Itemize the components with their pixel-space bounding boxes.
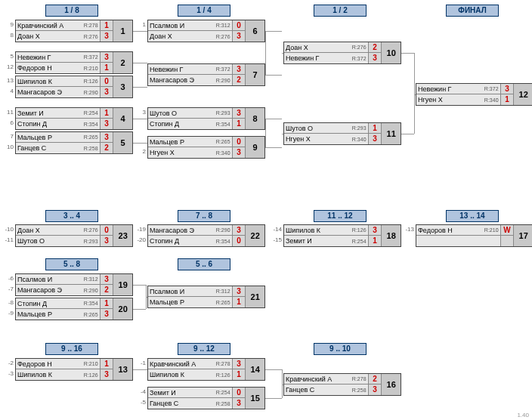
player-rating: R:340 [216, 150, 232, 156]
seed: 7 [3, 133, 14, 140]
player-rating: R:265 [216, 300, 232, 305]
seed: -20 [135, 236, 146, 243]
seed: 8 [3, 32, 14, 39]
player-row: Федоров НR:210 [16, 63, 100, 73]
score: 0 [101, 76, 113, 87]
bracket-connector [265, 398, 282, 399]
seed: -11 [3, 236, 14, 243]
player-rating: R:312 [84, 276, 100, 282]
score: 3 [233, 359, 246, 369]
seed: 6 [3, 119, 14, 126]
player-row: Нгуен ХR:340 [148, 147, 232, 158]
player-rating: R:126 [84, 372, 100, 378]
seed: -19 [135, 226, 146, 233]
player-name: Мальцев Р [148, 298, 216, 306]
match-number: 4 [113, 108, 132, 129]
player-name: Кравчинский А [16, 22, 84, 29]
player-rating: R:258 [84, 146, 100, 151]
round-label-r910: 9 .. 10 [314, 343, 367, 355]
score: 3 [101, 369, 113, 380]
score: 1 [233, 369, 246, 380]
bracket-connector [133, 309, 146, 310]
score: 0 [233, 388, 246, 398]
player-row: Кравчинский АR:278 [284, 374, 368, 384]
score: 3 [369, 225, 382, 236]
score: 1 [101, 359, 113, 369]
score: 0 [101, 225, 113, 236]
match-number: 7 [245, 64, 264, 85]
seed: -2 [3, 360, 14, 366]
player-name: Невежин Г [16, 54, 84, 61]
player-name: Мангасаров Э [16, 88, 84, 96]
player-rating: R:126 [216, 372, 232, 378]
player-row: Мальцев РR:265 [16, 132, 100, 143]
player-rating: R:276 [216, 34, 232, 39]
bracket-connector [133, 31, 147, 32]
player-rating: R:254 [216, 390, 232, 395]
player-name: Мальцев Р [16, 310, 84, 318]
player-rating: R:372 [84, 54, 100, 60]
player-rating: R:254 [352, 239, 368, 244]
player-row: Шипилов КR:126 [16, 369, 100, 380]
score: 3 [369, 384, 382, 395]
score: 3 [233, 31, 246, 42]
score: 3 [233, 108, 246, 119]
bracket-connector [265, 75, 282, 76]
player-name: Земит И [284, 237, 352, 245]
seed: 9 [3, 21, 14, 28]
player-row: Федоров НR:210 [416, 225, 500, 236]
score: 3 [101, 274, 113, 285]
player-name: Мангасаров Э [16, 286, 84, 294]
player-rating: R:126 [84, 79, 100, 84]
player-rating: R:354 [216, 239, 232, 244]
player-row: Доан ХR:276 [16, 225, 100, 236]
match-number: 18 [381, 225, 401, 246]
score: 2 [369, 42, 382, 53]
score: 3 [101, 309, 113, 320]
player-rating: R:276 [84, 34, 100, 39]
version-label: 1.40 [517, 412, 529, 418]
score: 1 [369, 236, 382, 246]
player-rating: R:293 [216, 110, 232, 116]
player-rating: R:258 [216, 401, 232, 406]
match-14: Кравчинский АR:278Шипилов КR:1263114 [147, 358, 265, 381]
player-row: Земит ИR:254 [16, 108, 100, 119]
bracket-connector [133, 143, 147, 144]
player-row: Мангасаров ЭR:290 [16, 285, 100, 295]
match-12: Невежин ГR:372Нгуен ХR:3403112 [416, 83, 532, 106]
score: 2 [233, 75, 246, 85]
player-rating: R:278 [84, 23, 100, 28]
player-rating: R:290 [216, 78, 232, 83]
player-row: Шутов ОR:293 [16, 236, 100, 246]
player-row: Невежин ГR:372 [284, 53, 368, 63]
player-name: Стопин Д [16, 300, 84, 307]
round-label-r14: 1 / 4 [178, 5, 230, 17]
score: 3 [233, 225, 246, 236]
match-number: 12 [513, 84, 532, 105]
bracket-connector [265, 119, 282, 119]
bracket-connector [401, 134, 414, 134]
match-2: Невежин ГR:372Федоров НR:210312 [15, 51, 133, 74]
seed: 11 [3, 109, 14, 116]
player-name: Невежин Г [284, 54, 352, 62]
player-row: Кравчинский АR:278 [16, 20, 100, 31]
player-name: Шутов О [284, 125, 352, 132]
seed: -13 [404, 226, 414, 233]
match-3: Шипилов КR:126Мангасаров ЭR:290033 [15, 76, 133, 98]
player-rating: R:312 [216, 23, 232, 28]
player-name: Псалмов И [148, 288, 216, 295]
player-row: Кравчинский АR:278 [148, 359, 232, 369]
player-rating: R:372 [352, 56, 368, 61]
bracket-connector [414, 94, 416, 95]
player-rating: R:254 [84, 110, 100, 116]
player-row: Земит ИR:254 [284, 236, 368, 246]
match-22: Мангасаров ЭR:290Стопин ДR:3543022 [147, 224, 265, 247]
player-name: Мангасаров Э [148, 227, 216, 234]
player-name: Федоров Н [16, 64, 84, 72]
match-19: Псалмов ИR:312Мангасаров ЭR:2903219 [15, 273, 133, 296]
player-row: Доан ХR:276 [284, 42, 368, 53]
player-rating: R:276 [84, 227, 100, 233]
seed: 10 [3, 144, 14, 150]
player-rating: R:210 [84, 361, 100, 366]
match-20: Стопин ДR:354Мальцев РR:2651320 [15, 298, 133, 320]
